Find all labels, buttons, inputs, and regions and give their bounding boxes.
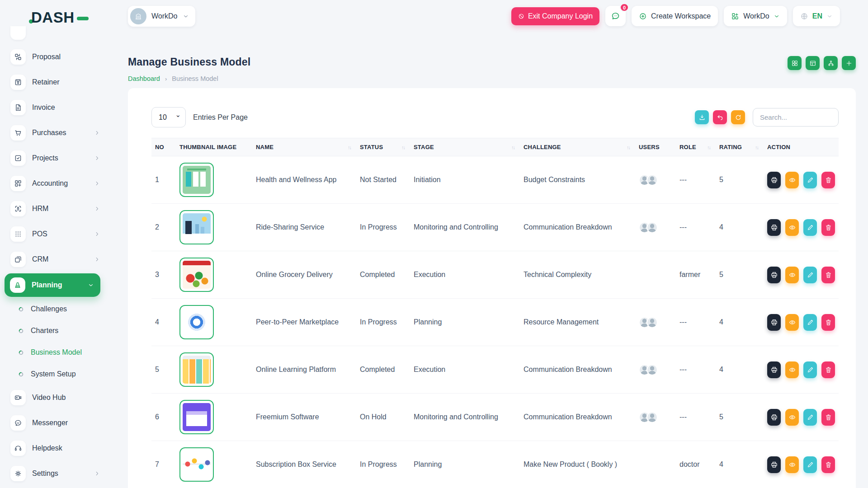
delete-button[interactable] <box>821 267 835 283</box>
column-header-rating[interactable]: RATING↑↓ <box>716 138 764 156</box>
notification-badge: 0 <box>620 3 629 12</box>
user-avatar[interactable] <box>646 364 658 375</box>
search-input[interactable] <box>753 108 839 127</box>
view-button[interactable] <box>785 409 799 426</box>
row-actions <box>767 219 835 236</box>
cell-thumbnail <box>176 394 252 441</box>
sidebar-item-video-hub[interactable]: Video Hub <box>0 385 105 410</box>
view-button[interactable] <box>785 314 799 331</box>
sidebar-item-helpdesk[interactable]: Helpdesk <box>0 436 105 461</box>
create-workspace-button[interactable]: Create Workspace <box>632 6 718 26</box>
chevron-right-icon <box>94 155 100 161</box>
delete-button[interactable] <box>821 172 835 188</box>
print-button[interactable] <box>767 314 781 331</box>
export-button[interactable] <box>695 110 709 124</box>
sort-icon[interactable]: ↑↓ <box>348 145 351 150</box>
column-label: ROLE <box>679 144 696 150</box>
user-avatar[interactable] <box>646 174 658 186</box>
cell-no: 3 <box>151 251 176 299</box>
column-header-challenge[interactable]: CHALLENGE↑↓ <box>520 138 635 156</box>
print-button[interactable] <box>767 219 781 236</box>
view-button[interactable] <box>785 361 799 378</box>
view-button[interactable] <box>785 267 799 283</box>
sidebar-item-hrm[interactable]: HRM <box>0 196 105 221</box>
sidebar-item-proposal[interactable]: Proposal <box>0 44 105 70</box>
column-header-status[interactable]: STATUS↑↓ <box>356 138 410 156</box>
user-avatar[interactable] <box>646 317 658 328</box>
sidebar-item-pos[interactable]: POS <box>0 221 105 247</box>
sidebar-item-invoice[interactable]: Invoice <box>0 95 105 120</box>
print-button[interactable] <box>767 456 781 473</box>
exit-company-login-button[interactable]: Exit Company Login <box>511 7 599 25</box>
print-button[interactable] <box>767 267 781 283</box>
breadcrumb-dashboard-link[interactable]: Dashboard <box>128 75 160 82</box>
app-switcher-button[interactable]: WorkDo <box>724 6 787 26</box>
sort-icon[interactable]: ↑↓ <box>627 145 630 150</box>
user-avatar[interactable] <box>646 222 658 233</box>
edit-button[interactable] <box>803 219 817 236</box>
grid-view-button[interactable] <box>788 56 802 70</box>
app-logo[interactable]: DASH <box>0 0 105 25</box>
workflow-view-button[interactable] <box>824 56 838 70</box>
delete-button[interactable] <box>821 219 835 236</box>
cell-thumbnail <box>176 204 252 251</box>
delete-button[interactable] <box>821 456 835 473</box>
sidebar-subitem-system-setup[interactable]: System Setup <box>0 363 105 385</box>
sidebar-item-partial[interactable] <box>10 26 26 40</box>
cell-stage: Execution <box>410 346 520 394</box>
sidebar-subitem-challenges[interactable]: Challenges <box>0 298 105 320</box>
edit-button[interactable] <box>803 314 817 331</box>
cell-status: On Hold <box>356 394 410 441</box>
print-button[interactable] <box>767 361 781 378</box>
sort-icon[interactable]: ↑↓ <box>511 145 514 150</box>
topbar-actions: Exit Company Login 0 Create Workspace Wo… <box>511 6 856 26</box>
thumbnail-art <box>183 213 211 241</box>
column-header-stage[interactable]: STAGE↑↓ <box>410 138 520 156</box>
sidebar-item-settings[interactable]: Settings <box>0 461 105 486</box>
view-button[interactable] <box>785 172 799 188</box>
column-header-name[interactable]: NAME↑↓ <box>252 138 356 156</box>
entries-per-page-select[interactable]: 10 <box>151 107 186 127</box>
undo-button[interactable] <box>713 110 727 124</box>
edit-button[interactable] <box>803 172 817 188</box>
table-view-button[interactable] <box>806 56 820 70</box>
sort-icon[interactable]: ↑↓ <box>401 145 405 150</box>
sort-icon[interactable]: ↑↓ <box>707 145 710 150</box>
sidebar-item-planning[interactable]: Planning <box>5 273 100 297</box>
column-header-no: NO <box>151 138 176 156</box>
cell-stage: Initiation <box>410 156 520 204</box>
print-button[interactable] <box>767 409 781 426</box>
i-trash-icon <box>825 176 832 184</box>
sidebar-subitem-business-model[interactable]: Business Model <box>0 342 105 363</box>
page-title: Manage Business Model <box>128 56 250 68</box>
sidebar-subitem-charters[interactable]: Charters <box>0 320 105 342</box>
app-switcher-label: WorkDo <box>743 12 769 20</box>
messages-button[interactable]: 0 <box>605 6 626 26</box>
view-button[interactable] <box>785 456 799 473</box>
user-avatar[interactable] <box>646 412 658 423</box>
sidebar-item-projects[interactable]: Projects <box>0 145 105 171</box>
view-button[interactable] <box>785 219 799 236</box>
add-business-model-button[interactable] <box>842 56 856 70</box>
language-selector[interactable]: EN <box>793 6 840 26</box>
sidebar-item-retainer[interactable]: Retainer <box>0 70 105 95</box>
sidebar-item-messenger[interactable]: Messenger <box>0 410 105 436</box>
sidebar-subitem-label: Business Model <box>31 348 82 357</box>
column-header-role[interactable]: ROLE↑↓ <box>676 138 716 156</box>
edit-button[interactable] <box>803 361 817 378</box>
workspace-switcher[interactable]: WorkDo <box>128 6 195 27</box>
sidebar-item-label: Purchases <box>32 129 66 137</box>
delete-button[interactable] <box>821 409 835 426</box>
sidebar-item-accounting[interactable]: Accounting <box>0 171 105 196</box>
edit-button[interactable] <box>803 456 817 473</box>
sort-icon[interactable]: ↑↓ <box>755 145 758 150</box>
edit-button[interactable] <box>803 267 817 283</box>
delete-button[interactable] <box>821 314 835 331</box>
delete-button[interactable] <box>821 361 835 378</box>
hrm-icon <box>10 201 26 216</box>
refresh-button[interactable] <box>731 110 745 124</box>
print-button[interactable] <box>767 172 781 188</box>
sidebar-item-crm[interactable]: CRM <box>0 247 105 272</box>
sidebar-item-purchases[interactable]: Purchases <box>0 120 105 145</box>
edit-button[interactable] <box>803 409 817 426</box>
